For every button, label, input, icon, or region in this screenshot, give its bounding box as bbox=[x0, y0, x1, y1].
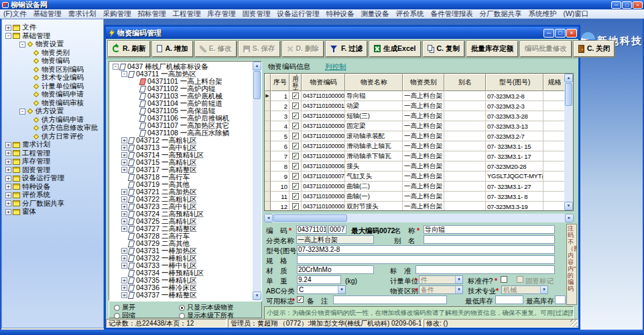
nav-tree-item[interactable]: 物资编码审核 bbox=[2, 99, 103, 108]
close-button[interactable]: × bbox=[633, 1, 643, 9]
distinction-combo[interactable]: 备件 ▼ bbox=[419, 285, 463, 294]
nav-tree-item[interactable]: 技术专业编码 bbox=[2, 74, 103, 82]
grid-vscrollbar[interactable]: ▲ ▼ bbox=[564, 74, 573, 210]
model-input[interactable] bbox=[297, 245, 555, 254]
nav-tree-item[interactable]: 供方编码申请 bbox=[2, 116, 103, 125]
category-tree-item[interactable]: +043735 一棒精轧区 bbox=[110, 277, 252, 284]
copy-button[interactable]: C. 复制 bbox=[423, 41, 464, 57]
category-tree-item[interactable]: +043737 一棒精整区 bbox=[110, 291, 252, 299]
menu-item[interactable]: 工程管理 bbox=[169, 9, 204, 18]
name-input[interactable] bbox=[424, 225, 555, 234]
category-tree-item[interactable]: +043723 二高中轧区 bbox=[110, 203, 252, 210]
category-tree-item[interactable]: -043711 一高加热区 bbox=[110, 70, 252, 78]
nav-tree-item[interactable]: 物资编码 bbox=[2, 57, 103, 66]
usable-checkbox[interactable]: ✓ bbox=[292, 133, 299, 139]
menu-item[interactable]: 需求计划 bbox=[64, 9, 99, 18]
expand-toggle-icon[interactable]: + bbox=[121, 137, 127, 143]
category-tree-item[interactable]: +043733 一棒中轧区 bbox=[110, 262, 252, 269]
scroll-left-icon[interactable]: ◄ bbox=[264, 214, 273, 222]
scroll-thumb[interactable] bbox=[565, 83, 572, 106]
menu-item[interactable]: 系统维护 bbox=[525, 9, 560, 18]
refresh-button[interactable]: R. 刷新 bbox=[108, 41, 150, 57]
table-row[interactable]: 9✓04371101000072气缸叉头一高上料台架YGSLTJQGCT-MYT… bbox=[265, 172, 573, 182]
radio-icon[interactable] bbox=[114, 305, 120, 311]
batch-edit-button[interactable]: 编码批量修改 bbox=[520, 41, 572, 57]
nav-tree-item[interactable]: +设备运行管理 bbox=[2, 174, 103, 183]
nav-tree-item[interactable]: +固资管理 bbox=[2, 166, 103, 175]
nav-tree-item[interactable]: 物资区别编码 bbox=[2, 66, 103, 74]
usable-checkbox[interactable]: ✓ bbox=[292, 92, 299, 99]
expand-toggle-icon[interactable]: + bbox=[121, 145, 127, 151]
category-tree-item[interactable]: -0437 棒线厂机械非标设备 bbox=[110, 63, 252, 70]
dropdown-arrow-icon[interactable]: ▼ bbox=[338, 286, 345, 293]
expand-toggle-icon[interactable]: + bbox=[121, 189, 127, 195]
expand-toggle-icon[interactable]: - bbox=[121, 71, 127, 77]
category-tree-item[interactable]: +043724 二高预精轧区 bbox=[110, 210, 252, 218]
expand-toggle-icon[interactable]: + bbox=[121, 159, 127, 165]
table-row[interactable]: 7✓04371101000004滑动轴承下轴瓦一高上料台架07- 323M3.1… bbox=[265, 151, 573, 161]
table-cell[interactable]: ✓ bbox=[289, 161, 302, 172]
nav-tree-item[interactable]: +分厂数据共享 bbox=[2, 200, 103, 208]
category-tree-item[interactable]: 043734 一棒预精轧区 bbox=[110, 269, 252, 277]
expand-toggle-icon[interactable]: + bbox=[121, 248, 127, 254]
expand-toggle-icon[interactable]: + bbox=[5, 209, 11, 215]
scroll-thumb[interactable] bbox=[273, 214, 347, 222]
category-tree-item[interactable]: +043736 一棒冷床区 bbox=[110, 284, 252, 291]
expand-toggle-icon[interactable]: + bbox=[5, 184, 11, 190]
expand-toggle-icon[interactable]: + bbox=[121, 204, 127, 210]
menu-item[interactable]: 特种设备 bbox=[322, 9, 357, 18]
expand-toggle-icon[interactable]: + bbox=[121, 226, 127, 232]
category-tree-item[interactable]: 043728 二高行车 bbox=[110, 232, 252, 240]
usable-checkbox[interactable]: ✓ bbox=[292, 173, 299, 180]
maximize-button[interactable]: □ bbox=[622, 1, 632, 9]
usable-checkbox[interactable]: ✓ bbox=[292, 153, 299, 159]
menu-item[interactable]: 评价系统 bbox=[392, 9, 427, 18]
expand-toggle-icon[interactable]: + bbox=[121, 218, 127, 224]
menu-item[interactable]: 招标管理 bbox=[134, 9, 169, 18]
dropdown-arrow-icon[interactable]: ▼ bbox=[540, 286, 548, 293]
expand-toggle-icon[interactable]: + bbox=[121, 277, 127, 283]
grid-column-header[interactable]: 别名 bbox=[444, 74, 486, 91]
expand-toggle-icon[interactable]: + bbox=[121, 167, 127, 173]
menu-item[interactable]: 固资管理 bbox=[239, 9, 273, 18]
tab-material-coding-info[interactable]: 物资编码信息 bbox=[268, 62, 310, 72]
dropdown-arrow-icon[interactable]: ▼ bbox=[455, 286, 462, 293]
grid-column-header[interactable]: 物资名称 bbox=[345, 74, 403, 91]
grid-column-header[interactable]: 物资编码 bbox=[302, 74, 345, 91]
nav-tree-item[interactable]: +文件 bbox=[2, 23, 103, 32]
nav-tree-item[interactable]: 供方日常评价 bbox=[2, 133, 103, 141]
fixed-asset-checkbox[interactable] bbox=[517, 276, 523, 283]
filter-button[interactable]: F. 过滤 bbox=[326, 41, 367, 57]
grid-column-header[interactable]: 物资类别 bbox=[403, 74, 444, 91]
grid-column-header[interactable]: 序号 bbox=[271, 74, 289, 91]
max-stock-input[interactable] bbox=[555, 295, 566, 304]
dialog-close-button[interactable]: × bbox=[566, 29, 577, 38]
scroll-up-icon[interactable]: ▲ bbox=[253, 62, 261, 70]
expand-toggle-icon[interactable]: + bbox=[5, 159, 11, 165]
radio-icon[interactable] bbox=[179, 313, 185, 319]
expand-toggle-icon[interactable]: - bbox=[19, 109, 25, 115]
nav-tree-item[interactable]: 计量单位编码 bbox=[2, 82, 103, 91]
scroll-down-icon[interactable]: ▼ bbox=[564, 202, 573, 210]
batch-quota-button[interactable]: 批量库存定额 bbox=[466, 41, 518, 57]
category-tree-item[interactable]: +043717 一高精整区 bbox=[110, 166, 252, 174]
category-tree-item[interactable]: +043712 一高粗轧区 bbox=[110, 137, 252, 144]
category-tree-item[interactable]: 04371107 一高加热区其它 bbox=[110, 122, 252, 129]
category-tree-item[interactable]: 043719 一高其他 bbox=[110, 181, 252, 188]
nav-tree-item[interactable]: 物资编码申请 bbox=[2, 90, 103, 99]
usable-checkbox[interactable]: ✓ bbox=[292, 193, 299, 200]
dialog-maximize-button[interactable]: □ bbox=[555, 29, 566, 38]
table-cell[interactable]: ✓ bbox=[289, 91, 302, 101]
expand-toggle-icon[interactable]: - bbox=[19, 42, 25, 48]
dropdown-arrow-icon[interactable]: ▼ bbox=[455, 276, 462, 283]
category-tree-item[interactable]: +043725 二高精轧区 bbox=[110, 218, 252, 225]
save-button[interactable]: S. 保存 bbox=[239, 41, 280, 57]
table-cell[interactable]: ✓ bbox=[289, 172, 302, 182]
expand-toggle-icon[interactable]: + bbox=[5, 167, 11, 173]
grid-column-header[interactable]: 可用标志 bbox=[289, 74, 302, 91]
unit-combo[interactable]: 件 ▼ bbox=[419, 275, 463, 284]
standard-part-checkbox[interactable] bbox=[501, 276, 507, 283]
radio-icon[interactable] bbox=[179, 305, 185, 311]
table-row[interactable]: 12✓04371101000005双肘节接头一高上料台架07-323M3.3-1… bbox=[265, 202, 573, 211]
expand-toggle-icon[interactable]: + bbox=[5, 150, 11, 156]
